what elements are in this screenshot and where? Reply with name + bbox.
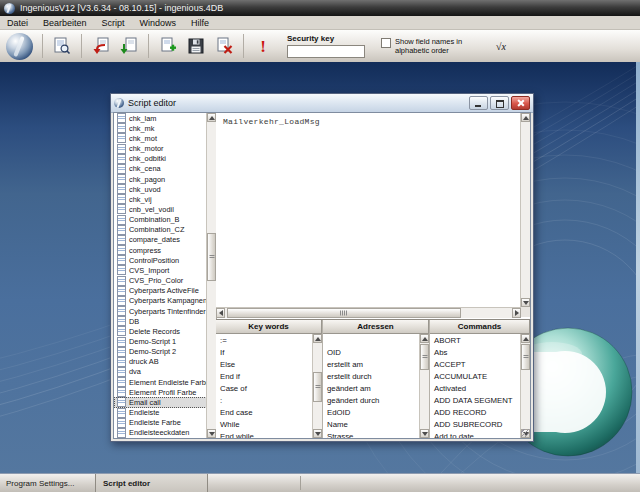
script-list-item[interactable]: DB <box>114 316 207 326</box>
editor-text[interactable]: Mailverkehr_LoadMsg <box>216 113 530 126</box>
panel-list-item[interactable]: geändert am <box>323 382 420 394</box>
script-list-item[interactable]: Email call <box>114 397 207 407</box>
panel-list-item[interactable]: ACCUMULATE <box>430 370 521 382</box>
panel-list-item[interactable]: While <box>216 419 313 431</box>
keywords-scrollbar[interactable] <box>312 334 322 438</box>
script-list-item[interactable]: dva <box>114 367 207 377</box>
new-script-button[interactable] <box>156 34 180 58</box>
script-list-item[interactable]: chk_cena <box>114 164 207 174</box>
delete-script-button[interactable] <box>212 34 236 58</box>
script-list-item[interactable]: ControlPosition <box>114 255 207 265</box>
script-list-item[interactable]: Demo-Script 1 <box>114 336 207 346</box>
formula-button[interactable]: √x <box>489 34 513 58</box>
adressen-header[interactable]: Adressen <box>323 320 429 334</box>
script-list-item[interactable]: Element Profil Farbe <box>114 387 207 397</box>
scroll-up-icon <box>315 334 321 341</box>
scrollbar-thumb[interactable] <box>227 308 461 318</box>
panel-list-item[interactable]: Activated <box>430 382 521 394</box>
export-script-button[interactable] <box>117 34 141 58</box>
preview-button[interactable] <box>50 34 74 58</box>
script-list-item[interactable]: compare_dates <box>114 235 207 245</box>
scrollbar-thumb[interactable] <box>420 344 429 370</box>
script-list-item[interactable]: Delete Records <box>114 326 207 336</box>
panel-list-item[interactable]: := <box>216 334 313 346</box>
scrollbar-thumb[interactable] <box>207 233 216 281</box>
panel-list-item[interactable]: Name <box>323 419 420 431</box>
script-list-item[interactable]: Combination_CZ <box>114 225 207 235</box>
keywords-header[interactable]: Key words <box>216 320 322 334</box>
panel-list-item[interactable]: OID <box>323 346 420 358</box>
panel-list-item[interactable]: If <box>216 346 313 358</box>
panel-list-item[interactable]: Else <box>216 358 313 370</box>
minimize-button[interactable] <box>469 96 488 110</box>
script-list-item[interactable]: chk_odbitki <box>114 154 207 164</box>
script-list-scrollbar[interactable] <box>206 113 216 438</box>
panel-list-item[interactable]: Add to date <box>430 431 521 438</box>
script-list-item[interactable]: druck AB <box>114 357 207 367</box>
save-button[interactable] <box>184 34 208 58</box>
checkbox-icon[interactable] <box>381 38 391 48</box>
script-list-item[interactable]: Cyberparts Tintenfinder Arti <box>114 306 207 316</box>
script-file-icon <box>117 265 126 275</box>
script-list-item[interactable]: Cyberparts Kampagnenimpo <box>114 296 207 306</box>
menu-item[interactable]: Script <box>102 18 125 28</box>
panel-list-item[interactable]: : <box>216 394 313 406</box>
script-list-item[interactable]: Endleisteeckdaten <box>114 428 207 438</box>
script-list-item[interactable]: Combination_B <box>114 215 207 225</box>
editor-vertical-scrollbar[interactable] <box>520 113 530 307</box>
maximize-button[interactable] <box>490 96 509 110</box>
script-list-item[interactable]: Element Endleiste Farbe <box>114 377 207 387</box>
scrollbar-thumb[interactable] <box>313 372 322 402</box>
panel-list-item[interactable]: geändert durch <box>323 394 420 406</box>
code-editor[interactable]: Mailverkehr_LoadMsg <box>216 113 530 307</box>
menu-item[interactable]: Bearbeiten <box>43 18 87 28</box>
resize-grip[interactable] <box>521 429 529 437</box>
panel-list-item[interactable]: EdOID <box>323 407 420 419</box>
script-list-item[interactable]: CVS_Import <box>114 265 207 275</box>
script-list-item[interactable]: Endleiste <box>114 408 207 418</box>
script-list-item[interactable]: compress <box>114 245 207 255</box>
panel-list-item[interactable] <box>323 334 420 346</box>
commands-scrollbar[interactable] <box>520 334 530 438</box>
panel-list-item[interactable]: End while <box>216 431 313 438</box>
panel-list-item[interactable]: End case <box>216 407 313 419</box>
panel-list-item[interactable]: ADD SUBRECORD <box>430 419 521 431</box>
taskbar-item-program-settings[interactable]: Program Settings... <box>6 474 74 492</box>
script-list-item[interactable]: Endleiste Farbe <box>114 418 207 428</box>
menu-item[interactable]: Datei <box>7 18 28 28</box>
adressen-scrollbar[interactable] <box>419 334 429 438</box>
panel-list-item[interactable]: erstellt am <box>323 358 420 370</box>
close-button[interactable] <box>511 96 530 110</box>
import-script-button[interactable] <box>89 34 113 58</box>
script-editor-titlebar[interactable]: Script editor <box>111 94 533 113</box>
script-list-item[interactable]: chk_mk <box>114 123 207 133</box>
taskbar-tab-script-editor[interactable]: Script editor <box>95 474 208 492</box>
panel-list-item[interactable]: ADD DATA SEGMENT <box>430 394 521 406</box>
script-list-item[interactable]: chk_uvod <box>114 184 207 194</box>
panel-list-item[interactable]: ADD RECORD <box>430 407 521 419</box>
script-list-item[interactable]: cnb_vel_vodil <box>114 204 207 214</box>
script-list-item[interactable]: chk_lam <box>114 113 207 123</box>
security-key-input[interactable] <box>287 45 365 58</box>
panel-list-item[interactable]: Case of <box>216 382 313 394</box>
scrollbar-thumb[interactable] <box>521 344 530 370</box>
script-list-item[interactable]: chk_mot <box>114 133 207 143</box>
script-list-item[interactable]: chk_motor <box>114 143 207 153</box>
panel-list-item[interactable]: erstellt durch <box>323 370 420 382</box>
panel-list-item[interactable]: End if <box>216 370 313 382</box>
panel-list-item[interactable]: Abs <box>430 346 521 358</box>
panel-list-item[interactable]: ABORT <box>430 334 521 346</box>
script-list-item[interactable]: Cyberparts ActiveFile <box>114 286 207 296</box>
editor-horizontal-scrollbar[interactable] <box>216 307 521 318</box>
panel-list-item[interactable]: ACCEPT <box>430 358 521 370</box>
panel-list-item[interactable]: Strasse <box>323 431 420 438</box>
alphabetic-order-option[interactable]: Show field names in alphabetic order <box>381 37 481 55</box>
script-list-item[interactable]: Demo-Script 2 <box>114 347 207 357</box>
script-list-item[interactable]: chk_vij <box>114 194 207 204</box>
menu-item[interactable]: Windows <box>140 18 177 28</box>
execute-button[interactable]: ! <box>251 34 275 58</box>
commands-header[interactable]: Commands <box>430 320 530 334</box>
script-list-item[interactable]: CVS_Prio_Color <box>114 276 207 286</box>
script-list-item[interactable]: chk_pagon <box>114 174 207 184</box>
menu-item[interactable]: Hilfe <box>191 18 209 28</box>
